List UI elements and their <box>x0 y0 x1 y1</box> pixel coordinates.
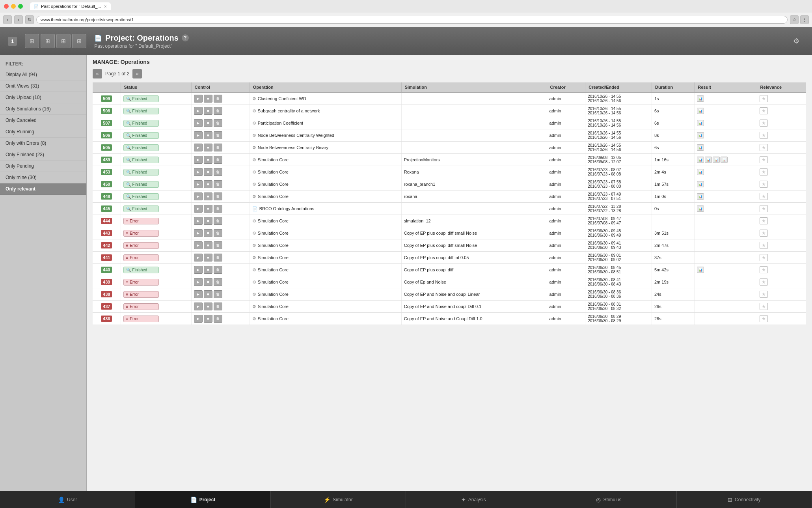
status-badge[interactable]: 🔍Finished <box>123 181 159 188</box>
run-button[interactable]: ▶ <box>194 303 203 310</box>
star-button[interactable]: ★ <box>760 205 768 212</box>
status-badge[interactable]: 🔍Finished <box>123 132 159 139</box>
star-button[interactable]: ★ <box>760 156 768 163</box>
stop-button[interactable]: ■ <box>204 156 212 164</box>
delete-button[interactable]: 🗑 <box>214 119 222 127</box>
run-button[interactable]: ▶ <box>194 241 203 249</box>
settings-icon[interactable]: ⚙ <box>793 37 799 45</box>
result-icon[interactable]: 📊 <box>697 181 704 187</box>
run-button[interactable]: ▶ <box>194 229 203 237</box>
star-button[interactable]: ★ <box>760 291 768 298</box>
run-button[interactable]: ▶ <box>194 95 203 103</box>
sidebar-item-5[interactable]: Only Running <box>0 126 86 138</box>
run-button[interactable]: ▶ <box>194 278 203 286</box>
delete-button[interactable]: 🗑 <box>214 131 222 139</box>
result-icon[interactable]: 📊 <box>697 193 704 200</box>
sidebar-item-4[interactable]: Only Canceled <box>0 115 86 126</box>
status-badge[interactable]: 🔍Finished <box>123 205 159 212</box>
delete-button[interactable]: 🗑 <box>214 205 222 213</box>
run-button[interactable]: ▶ <box>194 254 203 261</box>
delete-button[interactable]: 🗑 <box>214 266 222 274</box>
star-button[interactable]: ★ <box>760 242 768 249</box>
result-icon[interactable]: 📊 <box>697 108 704 114</box>
star-button[interactable]: ★ <box>760 95 768 102</box>
star-button[interactable]: ★ <box>760 217 768 224</box>
sidebar-item-0[interactable]: Display All (94) <box>0 69 86 80</box>
delete-button[interactable]: 🗑 <box>214 192 222 200</box>
star-button[interactable]: ★ <box>760 107 768 114</box>
tab-close-button[interactable]: ✕ <box>104 4 107 9</box>
forward-button[interactable]: › <box>14 15 23 24</box>
stop-button[interactable]: ■ <box>204 315 212 323</box>
status-badge[interactable]: ≡Error <box>123 254 159 261</box>
browser-tab[interactable]: 📄 Past operations for " Default_... ✕ <box>30 2 111 10</box>
run-button[interactable]: ▶ <box>194 168 203 176</box>
delete-button[interactable]: 🗑 <box>214 217 222 225</box>
star-button[interactable]: ★ <box>760 144 768 151</box>
sidebar-item-8[interactable]: Only Pending <box>0 161 86 172</box>
star-button[interactable]: ★ <box>760 278 768 286</box>
delete-button[interactable]: 🗑 <box>214 107 222 115</box>
maximize-button[interactable] <box>18 4 23 9</box>
status-badge[interactable]: ≡Error <box>123 242 159 249</box>
nav-icon-4[interactable]: ⊞ <box>72 34 86 48</box>
result-icon[interactable]: 📊 <box>721 157 728 163</box>
back-button[interactable]: ‹ <box>3 15 12 24</box>
status-badge[interactable]: 🔍Finished <box>123 108 159 114</box>
stop-button[interactable]: ■ <box>204 241 212 249</box>
result-icon[interactable]: 📊 <box>697 157 704 163</box>
sidebar-item-2[interactable]: Only Upload (10) <box>0 92 86 103</box>
nav-icon-3[interactable]: ⊞ <box>56 34 71 48</box>
star-button[interactable]: ★ <box>760 193 768 200</box>
stop-button[interactable]: ■ <box>204 192 212 200</box>
delete-button[interactable]: 🗑 <box>214 278 222 286</box>
stop-button[interactable]: ■ <box>204 229 212 237</box>
stop-button[interactable]: ■ <box>204 217 212 225</box>
delete-button[interactable]: 🗑 <box>214 303 222 310</box>
status-badge[interactable]: 🔍Finished <box>123 169 159 176</box>
delete-button[interactable]: 🗑 <box>214 95 222 103</box>
stop-button[interactable]: ■ <box>204 266 212 274</box>
status-badge[interactable]: 🔍Finished <box>123 193 159 200</box>
stop-button[interactable]: ■ <box>204 278 212 286</box>
sidebar-item-10[interactable]: Only relevant <box>0 183 86 195</box>
help-icon[interactable]: ? <box>182 34 189 41</box>
status-badge[interactable]: 🔍Finished <box>123 95 159 102</box>
run-button[interactable]: ▶ <box>194 144 203 151</box>
stop-button[interactable]: ■ <box>204 303 212 310</box>
result-icon[interactable]: 📊 <box>697 267 704 273</box>
status-badge[interactable]: 🔍Finished <box>123 144 159 151</box>
run-button[interactable]: ▶ <box>194 192 203 200</box>
stop-button[interactable]: ■ <box>204 180 212 188</box>
star-button[interactable]: ★ <box>760 303 768 310</box>
close-button[interactable] <box>4 4 9 9</box>
sidebar-item-7[interactable]: Only Finished (23) <box>0 149 86 161</box>
bottom-nav-item-simulator[interactable]: ⚡Simulator <box>271 491 406 508</box>
result-icon[interactable]: 📊 <box>697 120 704 126</box>
delete-button[interactable]: 🗑 <box>214 229 222 237</box>
status-badge[interactable]: ≡Error <box>123 316 159 322</box>
run-button[interactable]: ▶ <box>194 180 203 188</box>
result-icon[interactable]: 📊 <box>713 157 720 163</box>
bottom-nav-item-connectivity[interactable]: ⊞Connectivity <box>677 491 812 508</box>
stop-button[interactable]: ■ <box>204 119 212 127</box>
sidebar-item-3[interactable]: Only Simulations (16) <box>0 103 86 115</box>
status-badge[interactable]: 🔍Finished <box>123 120 159 127</box>
stop-button[interactable]: ■ <box>204 144 212 151</box>
run-button[interactable]: ▶ <box>194 315 203 323</box>
sidebar-item-6[interactable]: Only with Errors (8) <box>0 138 86 149</box>
sidebar-item-1[interactable]: Omit Views (31) <box>0 80 86 92</box>
run-button[interactable]: ▶ <box>194 205 203 213</box>
status-badge[interactable]: ≡Error <box>123 303 159 310</box>
run-button[interactable]: ▶ <box>194 290 203 298</box>
status-badge[interactable]: ≡Error <box>123 279 159 286</box>
sidebar-item-9[interactable]: Only mine (30) <box>0 172 86 183</box>
next-page-button[interactable]: » <box>132 69 142 78</box>
star-button[interactable]: ★ <box>760 266 768 273</box>
star-button[interactable]: ★ <box>760 181 768 188</box>
run-button[interactable]: ▶ <box>194 131 203 139</box>
status-badge[interactable]: ≡Error <box>123 218 159 224</box>
stop-button[interactable]: ■ <box>204 131 212 139</box>
star-button[interactable]: ★ <box>760 254 768 261</box>
minimize-button[interactable] <box>11 4 16 9</box>
